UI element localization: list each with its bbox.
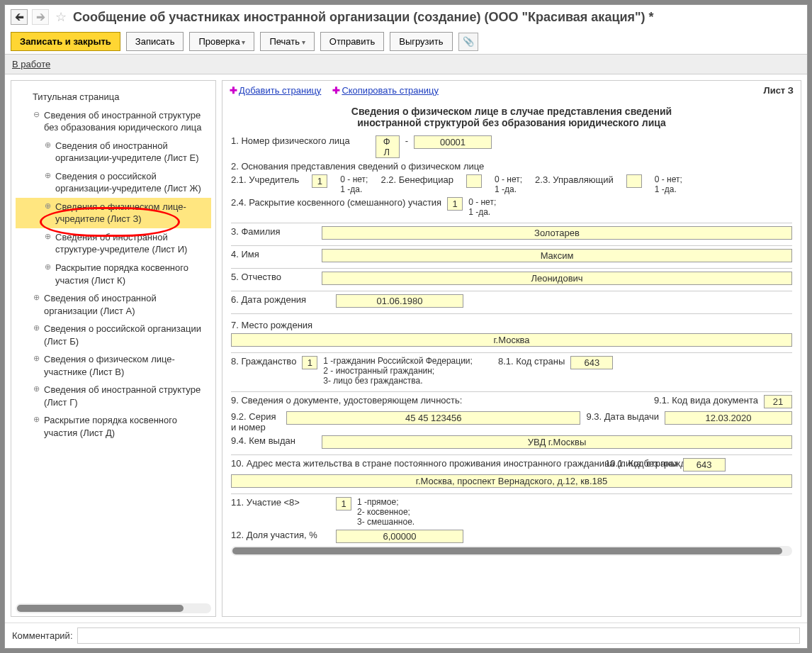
expand-icon[interactable]: ⊕ (33, 324, 40, 332)
label-person-number: 1. Номер физического лица (231, 135, 350, 146)
prefix-fl: Ф Л (376, 135, 400, 158)
input-share[interactable]: 6,00000 (336, 530, 463, 543)
label-basis: 2. Основания представления сведений о фи… (231, 161, 484, 172)
tree-sheet-z-selected[interactable]: ⊕Сведения о физическом лице-учредителе (… (16, 198, 211, 228)
label-doc: 9. Сведения о документе, удостоверяющем … (231, 395, 648, 406)
tree-sheet-v[interactable]: ⊕Сведения о физическом лице-участнике (Л… (16, 350, 211, 381)
tree-sheet-i[interactable]: ⊕Сведения об иностранной структуре-учред… (16, 228, 211, 259)
label-share: 12. Доля участия, % (231, 530, 330, 540)
label-country-code: 8.1. Код страны (498, 356, 565, 367)
tree-title-page[interactable]: Титульная страница (16, 88, 211, 106)
check-button[interactable]: Проверка (189, 32, 254, 51)
hint-citizenship: 1 -гражданин Российской Федерации; 2 - и… (323, 356, 473, 386)
sheet-label: Лист З (764, 85, 794, 96)
status-link[interactable]: В работе (12, 59, 50, 69)
titlebar: 🡰 🡲 ☆ Сообщение об участниках иностранно… (5, 5, 807, 29)
page-title: Сообщение об участниках иностранной орга… (73, 10, 654, 25)
expand-icon[interactable]: ⊕ (33, 355, 40, 362)
input-citizenship[interactable]: 1 (302, 356, 317, 369)
body: Титульная страница ⊖Сведения об иностран… (5, 74, 807, 623)
label-founder: 2.1. Учредитель (231, 174, 299, 185)
paperclip-icon: 📎 (463, 36, 474, 47)
expand-icon[interactable]: ⊕ (33, 294, 40, 301)
add-page-link[interactable]: ✚Добавить страницу (230, 85, 321, 96)
form-area: Сведения о физическом лице в случае пред… (222, 100, 801, 616)
tree-sheet-b[interactable]: ⊕Сведения о российской организации (Лист… (16, 320, 211, 350)
label-address: 10. Адрес места жительства в стране пост… (231, 458, 599, 469)
plus-icon: ✚ (332, 85, 340, 96)
expand-icon[interactable]: ⊕ (44, 202, 52, 210)
label-name: 4. Имя (231, 249, 316, 259)
attach-button[interactable]: 📎 (458, 33, 478, 51)
content-toolbar: ✚Добавить страницу ✚Скопировать страницу… (222, 81, 801, 100)
input-manager[interactable] (626, 174, 642, 188)
tree-foreign-structure[interactable]: ⊖Сведения об иностранной структуре без о… (16, 106, 211, 137)
input-doc-issuer[interactable]: УВД г.Москвы (322, 435, 792, 449)
label-doc-type: 9.1. Код вида документа (654, 395, 758, 406)
expand-icon[interactable]: ⊕ (33, 415, 40, 423)
input-name[interactable]: Максим (322, 249, 792, 262)
input-addr-country[interactable]: 643 (683, 458, 726, 471)
toolbar: Записать и закрыть Записать Проверка Печ… (5, 29, 807, 54)
tree-hscrollbar[interactable] (16, 603, 211, 613)
favorite-star-icon[interactable]: ☆ (53, 9, 69, 25)
label-manager: 2.3. Управляющий (535, 174, 614, 185)
plus-icon: ✚ (230, 85, 237, 96)
save-close-button[interactable]: Записать и закрыть (11, 32, 120, 51)
tree-sheet-d[interactable]: ⊕Раскрытие порядка косвенного участия (Л… (16, 411, 211, 442)
comment-label: Комментарий: (12, 630, 73, 641)
input-doc-series[interactable]: 45 45 123456 (286, 411, 580, 425)
nav-back-button[interactable]: 🡰 (11, 9, 28, 25)
input-surname[interactable]: Золотарев (322, 226, 792, 240)
tree-sheet-a[interactable]: ⊕Сведения об иностранной организации (Ли… (16, 289, 211, 320)
nav-forward-button[interactable]: 🡲 (32, 9, 49, 25)
collapse-icon[interactable]: ⊖ (33, 111, 40, 118)
label-indirect: 2.4. Раскрытие косвенного (смешанного) у… (231, 197, 441, 208)
label-citizenship: 8. Гражданство (231, 356, 296, 367)
send-button[interactable]: Отправить (320, 32, 384, 51)
tree-sheet-g[interactable]: ⊕Сведения об иностранной структуре (Лист… (16, 381, 211, 411)
input-beneficiary[interactable] (466, 174, 482, 188)
save-button[interactable]: Записать (126, 32, 184, 51)
export-button[interactable]: Выгрузить (390, 32, 452, 51)
label-patronymic: 5. Отчество (231, 272, 316, 282)
footer: Комментарий: (5, 623, 807, 648)
label-doc-issuer: 9.4. Кем выдан (231, 435, 316, 446)
print-button[interactable]: Печать (260, 32, 314, 51)
expand-icon[interactable]: ⊕ (44, 172, 52, 179)
form-heading: Сведения о физическом лице в случае пред… (231, 106, 792, 128)
input-birthplace[interactable]: г.Москва (231, 333, 792, 347)
label-participation: 11. Участие <8> (231, 497, 330, 508)
input-address[interactable]: г.Москва, проспект Вернадского, д.12, кв… (231, 474, 792, 488)
input-doc-type[interactable]: 21 (764, 395, 792, 408)
comment-input[interactable] (77, 627, 801, 644)
nav-tree: Титульная страница ⊖Сведения об иностран… (11, 80, 216, 617)
input-birthdate[interactable]: 01.06.1980 (336, 294, 463, 308)
tree-sheet-e[interactable]: ⊕Сведения об иностранной организации-учр… (16, 137, 211, 167)
expand-icon[interactable]: ⊕ (44, 233, 52, 240)
expand-icon[interactable]: ⊕ (44, 263, 52, 271)
content-pane: ✚Добавить страницу ✚Скопировать страницу… (222, 80, 801, 617)
label-doc-series: 9.2. Серияи номер (231, 411, 281, 432)
expand-icon[interactable]: ⊕ (44, 141, 52, 149)
tree-sheet-k[interactable]: ⊕Раскрытие порядка косвенного участия (Л… (16, 259, 211, 289)
input-participation[interactable]: 1 (336, 497, 351, 510)
expand-icon[interactable]: ⊕ (33, 385, 40, 393)
app-window: 🡰 🡲 ☆ Сообщение об участниках иностранно… (4, 4, 808, 649)
input-founder[interactable]: 1 (312, 174, 327, 188)
label-beneficiary: 2.2. Бенефициар (380, 174, 453, 185)
label-doc-date: 9.3. Дата выдачи (586, 411, 659, 422)
input-doc-date[interactable]: 12.03.2020 (665, 411, 792, 425)
copy-page-link[interactable]: ✚Скопировать страницу (332, 85, 439, 96)
input-indirect[interactable]: 1 (447, 197, 463, 211)
status-bar: В работе (5, 54, 807, 74)
label-addr-country: 10.1. Код страны (605, 458, 677, 469)
label-birthplace: 7. Место рождения (231, 320, 312, 330)
input-patronymic[interactable]: Леонидович (322, 272, 792, 285)
input-person-number[interactable]: 00001 (414, 135, 492, 149)
hint-participation: 1 -прямое; 2- косвенное; 3- смешанное. (357, 497, 415, 527)
label-birthdate: 6. Дата рождения (231, 294, 330, 305)
input-country-code[interactable]: 643 (570, 356, 613, 369)
form-hscrollbar[interactable] (231, 546, 792, 556)
tree-sheet-zh[interactable]: ⊕Сведения о российской организации-учред… (16, 167, 211, 198)
